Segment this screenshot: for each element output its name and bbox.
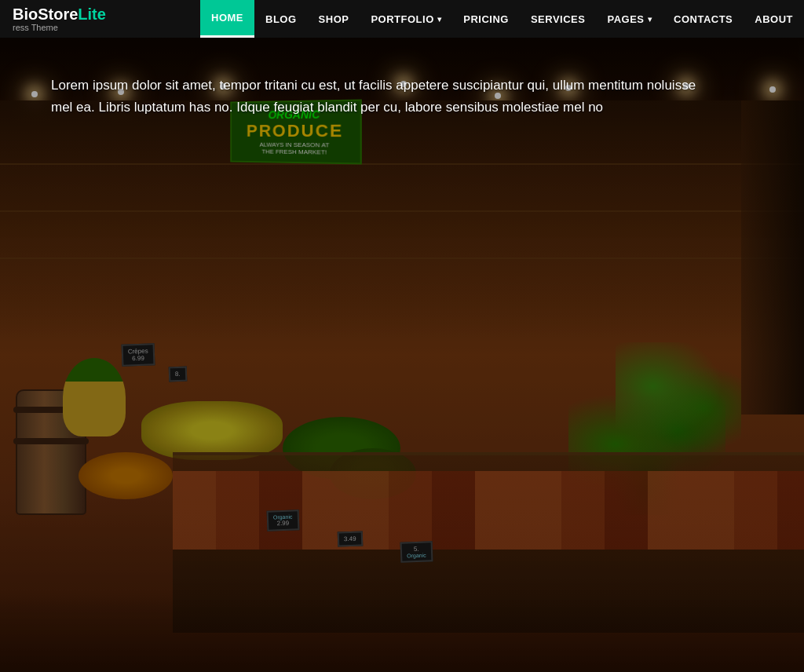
nav-item-contacts[interactable]: CONTACTS [663, 0, 744, 38]
brand-subtitle: ress Theme [13, 24, 106, 32]
main-nav: HOME BLOG SHOP PORTFOLIO ▾ PRICING SERVI… [200, 0, 804, 38]
nav-item-pricing[interactable]: PRICING [452, 0, 520, 38]
hero-paragraph: Lorem ipsum dolor sit amet, tempor trita… [51, 75, 703, 119]
nav-item-services[interactable]: SERVICES [520, 0, 597, 38]
navbar: BioStoreLite ress Theme HOME BLOG SHOP P… [0, 0, 804, 38]
nav-item-home[interactable]: HOME [200, 0, 254, 38]
brand-logo[interactable]: BioStoreLite ress Theme [0, 6, 119, 32]
nav-item-blog[interactable]: BLOG [254, 0, 308, 38]
portfolio-dropdown-icon: ▾ [437, 15, 442, 24]
hero-section: ORGANIC PRODUCE ALWAYS IN SEASON AT THE … [0, 0, 804, 672]
nav-item-shop[interactable]: SHOP [308, 0, 360, 38]
hero-overlay [0, 38, 804, 672]
nav-item-pages[interactable]: PAGES ▾ [596, 0, 663, 38]
nav-item-portfolio[interactable]: PORTFOLIO ▾ [360, 0, 452, 38]
brand-title: BioStoreLite [13, 6, 106, 22]
pages-dropdown-icon: ▾ [648, 15, 652, 24]
nav-item-about[interactable]: ABOUT [744, 0, 804, 38]
hero-text-block: Lorem ipsum dolor sit amet, tempor trita… [51, 75, 703, 119]
